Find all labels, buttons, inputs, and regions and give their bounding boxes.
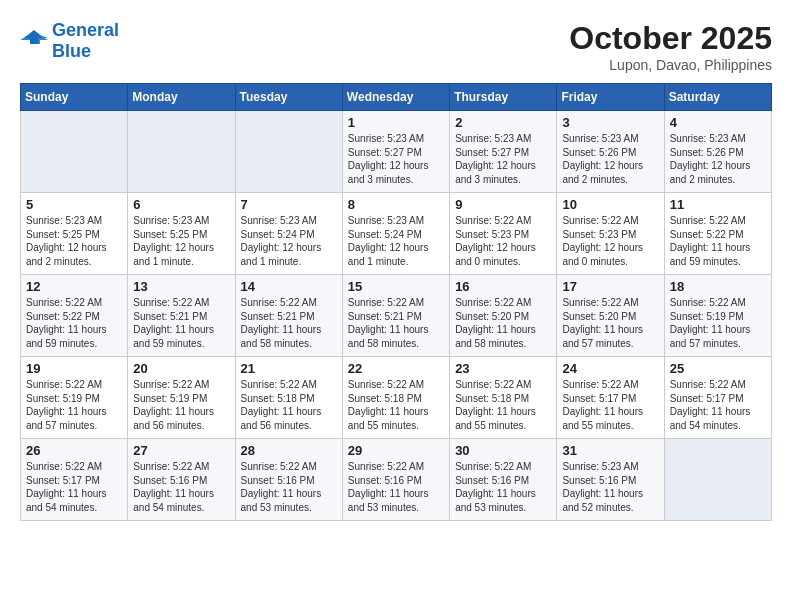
day-info: Sunrise: 5:22 AMSunset: 5:18 PMDaylight:… [348,378,444,432]
day-info: Sunrise: 5:22 AMSunset: 5:16 PMDaylight:… [133,460,229,514]
day-number: 2 [455,115,551,130]
day-info: Sunrise: 5:22 AMSunset: 5:16 PMDaylight:… [455,460,551,514]
day-info: Sunrise: 5:22 AMSunset: 5:21 PMDaylight:… [133,296,229,350]
day-number: 29 [348,443,444,458]
calendar-header-cell: Friday [557,84,664,111]
calendar-header-cell: Wednesday [342,84,449,111]
location-subtitle: Lupon, Davao, Philippines [569,57,772,73]
calendar-header-cell: Sunday [21,84,128,111]
calendar-cell: 8Sunrise: 5:23 AMSunset: 5:24 PMDaylight… [342,193,449,275]
calendar-header-cell: Thursday [450,84,557,111]
day-number: 21 [241,361,337,376]
day-info: Sunrise: 5:22 AMSunset: 5:17 PMDaylight:… [26,460,122,514]
calendar-header-row: SundayMondayTuesdayWednesdayThursdayFrid… [21,84,772,111]
day-number: 1 [348,115,444,130]
page-header: General Blue October 2025 Lupon, Davao, … [20,20,772,73]
day-info: Sunrise: 5:23 AMSunset: 5:27 PMDaylight:… [348,132,444,186]
day-number: 30 [455,443,551,458]
calendar-week-row: 5Sunrise: 5:23 AMSunset: 5:25 PMDaylight… [21,193,772,275]
day-number: 26 [26,443,122,458]
day-info: Sunrise: 5:22 AMSunset: 5:23 PMDaylight:… [455,214,551,268]
calendar-cell: 23Sunrise: 5:22 AMSunset: 5:18 PMDayligh… [450,357,557,439]
day-info: Sunrise: 5:23 AMSunset: 5:25 PMDaylight:… [26,214,122,268]
day-number: 17 [562,279,658,294]
calendar-week-row: 12Sunrise: 5:22 AMSunset: 5:22 PMDayligh… [21,275,772,357]
day-number: 16 [455,279,551,294]
day-info: Sunrise: 5:22 AMSunset: 5:23 PMDaylight:… [562,214,658,268]
day-number: 23 [455,361,551,376]
day-number: 11 [670,197,766,212]
calendar-cell: 7Sunrise: 5:23 AMSunset: 5:24 PMDaylight… [235,193,342,275]
day-number: 20 [133,361,229,376]
calendar-cell: 29Sunrise: 5:22 AMSunset: 5:16 PMDayligh… [342,439,449,521]
calendar-header-cell: Monday [128,84,235,111]
day-info: Sunrise: 5:22 AMSunset: 5:16 PMDaylight:… [348,460,444,514]
calendar-cell [235,111,342,193]
day-info: Sunrise: 5:22 AMSunset: 5:17 PMDaylight:… [562,378,658,432]
calendar-cell [21,111,128,193]
day-number: 18 [670,279,766,294]
calendar-cell: 28Sunrise: 5:22 AMSunset: 5:16 PMDayligh… [235,439,342,521]
calendar-cell: 2Sunrise: 5:23 AMSunset: 5:27 PMDaylight… [450,111,557,193]
calendar-cell: 31Sunrise: 5:23 AMSunset: 5:16 PMDayligh… [557,439,664,521]
calendar-cell: 27Sunrise: 5:22 AMSunset: 5:16 PMDayligh… [128,439,235,521]
day-number: 27 [133,443,229,458]
day-info: Sunrise: 5:22 AMSunset: 5:20 PMDaylight:… [562,296,658,350]
calendar-header-cell: Tuesday [235,84,342,111]
day-number: 13 [133,279,229,294]
calendar-cell: 21Sunrise: 5:22 AMSunset: 5:18 PMDayligh… [235,357,342,439]
day-number: 3 [562,115,658,130]
day-number: 8 [348,197,444,212]
day-number: 5 [26,197,122,212]
day-number: 24 [562,361,658,376]
day-info: Sunrise: 5:23 AMSunset: 5:26 PMDaylight:… [670,132,766,186]
calendar-cell: 1Sunrise: 5:23 AMSunset: 5:27 PMDaylight… [342,111,449,193]
day-number: 12 [26,279,122,294]
day-info: Sunrise: 5:23 AMSunset: 5:24 PMDaylight:… [348,214,444,268]
day-number: 7 [241,197,337,212]
calendar-cell [664,439,771,521]
calendar-week-row: 1Sunrise: 5:23 AMSunset: 5:27 PMDaylight… [21,111,772,193]
day-info: Sunrise: 5:22 AMSunset: 5:17 PMDaylight:… [670,378,766,432]
calendar-cell: 12Sunrise: 5:22 AMSunset: 5:22 PMDayligh… [21,275,128,357]
calendar-cell: 15Sunrise: 5:22 AMSunset: 5:21 PMDayligh… [342,275,449,357]
calendar-cell: 3Sunrise: 5:23 AMSunset: 5:26 PMDaylight… [557,111,664,193]
day-info: Sunrise: 5:22 AMSunset: 5:19 PMDaylight:… [133,378,229,432]
calendar-week-row: 19Sunrise: 5:22 AMSunset: 5:19 PMDayligh… [21,357,772,439]
day-number: 22 [348,361,444,376]
day-info: Sunrise: 5:23 AMSunset: 5:27 PMDaylight:… [455,132,551,186]
calendar-cell: 5Sunrise: 5:23 AMSunset: 5:25 PMDaylight… [21,193,128,275]
calendar-cell [128,111,235,193]
day-info: Sunrise: 5:22 AMSunset: 5:22 PMDaylight:… [26,296,122,350]
day-info: Sunrise: 5:22 AMSunset: 5:16 PMDaylight:… [241,460,337,514]
day-info: Sunrise: 5:23 AMSunset: 5:24 PMDaylight:… [241,214,337,268]
logo-icon [20,30,48,52]
day-info: Sunrise: 5:23 AMSunset: 5:25 PMDaylight:… [133,214,229,268]
day-number: 19 [26,361,122,376]
logo-text: General Blue [52,20,119,62]
title-block: October 2025 Lupon, Davao, Philippines [569,20,772,73]
calendar-cell: 18Sunrise: 5:22 AMSunset: 5:19 PMDayligh… [664,275,771,357]
calendar-cell: 16Sunrise: 5:22 AMSunset: 5:20 PMDayligh… [450,275,557,357]
calendar-cell: 10Sunrise: 5:22 AMSunset: 5:23 PMDayligh… [557,193,664,275]
calendar-cell: 14Sunrise: 5:22 AMSunset: 5:21 PMDayligh… [235,275,342,357]
calendar-cell: 20Sunrise: 5:22 AMSunset: 5:19 PMDayligh… [128,357,235,439]
month-year-title: October 2025 [569,20,772,57]
day-number: 25 [670,361,766,376]
day-number: 10 [562,197,658,212]
day-info: Sunrise: 5:22 AMSunset: 5:18 PMDaylight:… [455,378,551,432]
day-info: Sunrise: 5:22 AMSunset: 5:18 PMDaylight:… [241,378,337,432]
calendar-cell: 11Sunrise: 5:22 AMSunset: 5:22 PMDayligh… [664,193,771,275]
day-info: Sunrise: 5:22 AMSunset: 5:19 PMDaylight:… [26,378,122,432]
day-info: Sunrise: 5:23 AMSunset: 5:16 PMDaylight:… [562,460,658,514]
calendar-table: SundayMondayTuesdayWednesdayThursdayFrid… [20,83,772,521]
calendar-body: 1Sunrise: 5:23 AMSunset: 5:27 PMDaylight… [21,111,772,521]
day-number: 15 [348,279,444,294]
day-info: Sunrise: 5:22 AMSunset: 5:21 PMDaylight:… [348,296,444,350]
logo: General Blue [20,20,119,62]
calendar-cell: 25Sunrise: 5:22 AMSunset: 5:17 PMDayligh… [664,357,771,439]
calendar-cell: 30Sunrise: 5:22 AMSunset: 5:16 PMDayligh… [450,439,557,521]
calendar-cell: 9Sunrise: 5:22 AMSunset: 5:23 PMDaylight… [450,193,557,275]
day-number: 6 [133,197,229,212]
calendar-header-cell: Saturday [664,84,771,111]
